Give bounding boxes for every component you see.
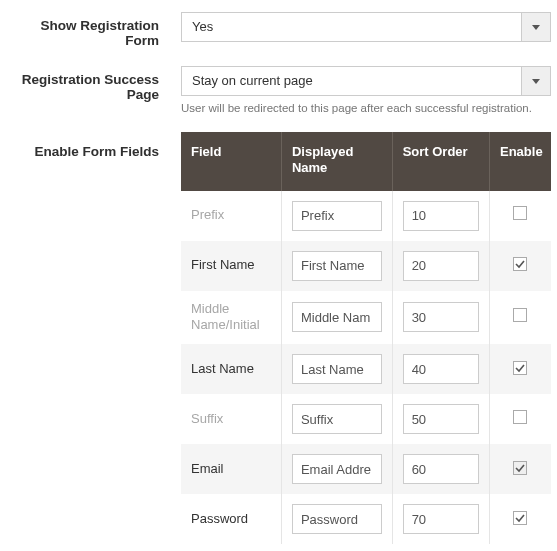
sort-order-input[interactable] xyxy=(403,404,479,434)
sort-order-input[interactable] xyxy=(403,251,479,281)
table-row: Prefix xyxy=(181,191,551,241)
displayed-name-cell xyxy=(281,241,392,291)
enable-cell xyxy=(489,241,551,291)
sort-order-input[interactable] xyxy=(403,454,479,484)
enable-checkbox[interactable] xyxy=(513,257,527,271)
table-row: Email xyxy=(181,444,551,494)
enable-cell xyxy=(489,344,551,394)
sort-order-input[interactable] xyxy=(403,504,479,534)
table-header-row: Field Displayed Name Sort Order Enable xyxy=(181,132,551,191)
enable-cell xyxy=(489,191,551,241)
enable-checkbox[interactable] xyxy=(513,361,527,375)
show-registration-control: Yes xyxy=(181,12,551,42)
displayed-name-cell xyxy=(281,191,392,241)
form-fields-table: Field Displayed Name Sort Order Enable P… xyxy=(181,132,551,544)
field-name-text: Email xyxy=(191,461,224,476)
enable-checkbox[interactable] xyxy=(513,308,527,322)
enable-cell xyxy=(489,394,551,444)
displayed-name-cell xyxy=(281,494,392,544)
success-page-label: Registration Success Page xyxy=(6,66,181,102)
col-sort-order: Sort Order xyxy=(392,132,489,191)
field-cell: Password xyxy=(181,494,281,544)
form-fields-row: Enable Form Fields Field Displayed Name … xyxy=(6,132,551,544)
show-registration-label: Show Registration Form xyxy=(6,12,181,48)
enable-checkbox[interactable] xyxy=(513,206,527,220)
sort-order-cell xyxy=(392,191,489,241)
displayed-name-input[interactable] xyxy=(292,354,382,384)
success-page-row: Registration Success Page Stay on curren… xyxy=(6,66,551,114)
field-cell: Middle Name/Initial xyxy=(181,291,281,345)
table-row: Middle Name/Initial xyxy=(181,291,551,345)
enable-checkbox xyxy=(513,461,527,475)
displayed-name-cell xyxy=(281,394,392,444)
field-name-text: Suffix xyxy=(191,411,223,426)
show-registration-select[interactable]: Yes xyxy=(181,12,551,42)
displayed-name-cell xyxy=(281,444,392,494)
displayed-name-cell xyxy=(281,344,392,394)
sort-order-cell xyxy=(392,444,489,494)
table-row: Last Name xyxy=(181,344,551,394)
field-cell: Email xyxy=(181,444,281,494)
field-name-text: Password xyxy=(191,511,248,526)
displayed-name-input[interactable] xyxy=(292,454,382,484)
success-page-control: Stay on current page User will be redire… xyxy=(181,66,551,114)
table-row: Password xyxy=(181,494,551,544)
field-cell: Suffix xyxy=(181,394,281,444)
displayed-name-input[interactable] xyxy=(292,251,382,281)
field-cell: Prefix xyxy=(181,191,281,241)
field-cell: First Name xyxy=(181,241,281,291)
displayed-name-input[interactable] xyxy=(292,504,382,534)
field-cell: Last Name xyxy=(181,344,281,394)
field-name-text: First Name xyxy=(191,257,255,272)
displayed-name-input[interactable] xyxy=(292,302,382,332)
sort-order-cell xyxy=(392,241,489,291)
success-page-value: Stay on current page xyxy=(181,66,551,96)
sort-order-input[interactable] xyxy=(403,201,479,231)
col-field: Field xyxy=(181,132,281,191)
field-name-text: Middle Name/Initial xyxy=(191,301,260,333)
sort-order-input[interactable] xyxy=(403,354,479,384)
enable-cell xyxy=(489,444,551,494)
show-registration-value: Yes xyxy=(181,12,551,42)
sort-order-cell xyxy=(392,394,489,444)
field-name-text: Prefix xyxy=(191,207,224,222)
col-displayed-name: Displayed Name xyxy=(281,132,392,191)
sort-order-input[interactable] xyxy=(403,302,479,332)
form-fields-control: Field Displayed Name Sort Order Enable P… xyxy=(181,132,551,544)
success-page-select[interactable]: Stay on current page xyxy=(181,66,551,96)
table-row: Suffix xyxy=(181,394,551,444)
field-name-text: Last Name xyxy=(191,361,254,376)
col-enable: Enable xyxy=(489,132,551,191)
enable-cell xyxy=(489,494,551,544)
sort-order-cell xyxy=(392,344,489,394)
displayed-name-cell xyxy=(281,291,392,345)
sort-order-cell xyxy=(392,291,489,345)
enable-cell xyxy=(489,291,551,345)
table-row: First Name xyxy=(181,241,551,291)
enable-checkbox[interactable] xyxy=(513,410,527,424)
sort-order-cell xyxy=(392,494,489,544)
displayed-name-input[interactable] xyxy=(292,201,382,231)
show-registration-row: Show Registration Form Yes xyxy=(6,12,551,48)
displayed-name-input[interactable] xyxy=(292,404,382,434)
form-fields-label: Enable Form Fields xyxy=(6,132,181,159)
success-page-helper: User will be redirected to this page aft… xyxy=(181,102,551,114)
enable-checkbox[interactable] xyxy=(513,511,527,525)
